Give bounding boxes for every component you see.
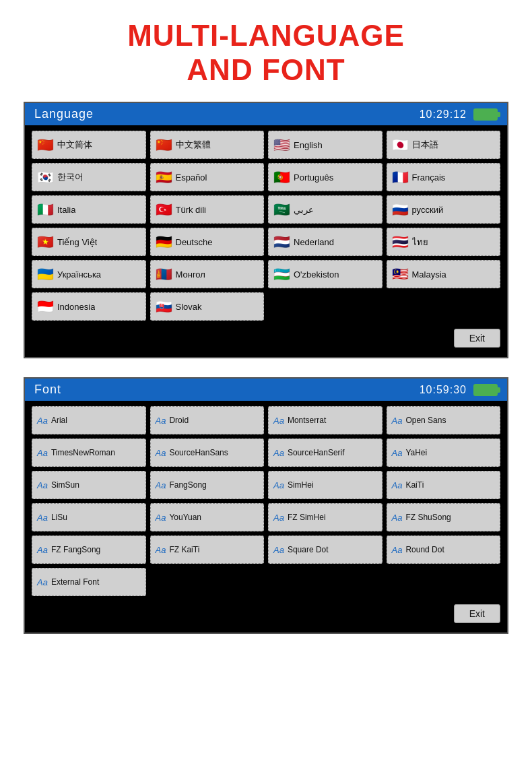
flag-icon: 🇺🇦 <box>37 267 54 281</box>
language-item[interactable]: 🇵🇹Português <box>268 163 383 191</box>
font-item[interactable]: AaSourceHanSans <box>150 439 265 467</box>
font-label: YaHei <box>405 448 427 457</box>
language-item[interactable]: 🇯🇵日本語 <box>387 131 501 159</box>
flag-icon: 🇫🇷 <box>392 170 409 184</box>
font-item[interactable]: AaExternal Font <box>32 568 146 596</box>
font-grid: AaArialAaDroidAaMontserratAaOpen SansAaT… <box>25 401 507 602</box>
font-label: External Font <box>51 577 99 587</box>
language-item[interactable]: 🇷🇺русский <box>387 195 501 224</box>
font-label: TimesNewRoman <box>51 448 115 457</box>
font-aa-icon: Aa <box>392 513 403 523</box>
language-label: Deutsche <box>176 237 213 247</box>
flag-icon: 🇸🇰 <box>156 300 172 313</box>
language-item[interactable]: 🇺🇸English <box>268 131 383 159</box>
font-item[interactable]: AaArial <box>32 406 146 434</box>
font-label: KaiTi <box>405 480 424 490</box>
font-item[interactable]: AaLiSu <box>32 503 146 531</box>
language-item[interactable]: 🇳🇱Nederland <box>268 228 383 256</box>
font-item[interactable]: AaTimesNewRoman <box>32 439 146 467</box>
flag-icon: 🇹🇭 <box>392 235 409 249</box>
font-aa-icon: Aa <box>37 545 48 555</box>
font-item[interactable]: AaMontserrat <box>268 406 383 434</box>
font-item[interactable]: AaFZ FangSong <box>32 536 146 564</box>
font-item[interactable]: AaKaiTi <box>387 471 501 499</box>
font-aa-icon: Aa <box>156 416 166 426</box>
language-item[interactable]: 🇰🇷한국어 <box>32 163 146 191</box>
font-item[interactable]: AaSquare Dot <box>268 536 383 564</box>
flag-icon: 🇳🇱 <box>273 235 290 249</box>
language-screen: Language 10:29:12 🇨🇳中文简体🇨🇳中文繁體🇺🇸English🇯… <box>24 102 508 358</box>
language-label: 中文简体 <box>57 139 92 151</box>
font-exit-button[interactable]: Exit <box>454 604 500 623</box>
font-label: SourceHanSerif <box>288 448 345 457</box>
font-item[interactable]: AaYouYuan <box>150 503 265 531</box>
flag-icon: 🇸🇦 <box>273 203 290 216</box>
font-item[interactable]: AaFZ KaiTi <box>150 536 265 564</box>
font-aa-icon: Aa <box>273 513 284 523</box>
font-item[interactable]: AaFZ ShuSong <box>387 503 501 531</box>
flag-icon: 🇪🇸 <box>156 170 172 184</box>
language-label: Français <box>412 172 446 183</box>
font-aa-icon: Aa <box>392 448 403 458</box>
font-item[interactable]: AaSourceHanSerif <box>268 439 383 467</box>
page-title: MULTI-LANGUAGEAND FONT <box>127 19 405 87</box>
language-exit-button[interactable]: Exit <box>454 329 500 348</box>
language-label: 日本語 <box>412 139 438 151</box>
font-aa-icon: Aa <box>156 480 166 490</box>
font-item[interactable]: AaSimHei <box>268 471 383 499</box>
font-label: Square Dot <box>288 545 329 554</box>
font-exit-row: Exit <box>25 602 507 626</box>
language-label: Malaysia <box>412 269 446 280</box>
font-aa-icon: Aa <box>37 448 48 458</box>
flag-icon: 🇯🇵 <box>392 138 409 152</box>
language-screen-header: Language 10:29:12 <box>25 103 507 125</box>
font-screen: Font 10:59:30 AaArialAaDroidAaMontserrat… <box>24 377 508 634</box>
flag-icon: 🇲🇳 <box>156 267 172 281</box>
language-header-right: 10:29:12 <box>420 108 498 121</box>
font-item[interactable]: AaDroid <box>150 406 265 434</box>
flag-icon: 🇹🇷 <box>156 203 172 216</box>
font-item[interactable]: AaRound Dot <box>387 536 501 564</box>
language-item[interactable]: 🇺🇦Українська <box>32 260 146 288</box>
language-item[interactable]: 🇹🇷Türk dili <box>150 195 265 224</box>
language-item[interactable]: 🇺🇿O'zbekiston <box>268 260 383 288</box>
language-item[interactable]: 🇻🇳Tiếng Việt <box>32 228 146 256</box>
language-item[interactable]: 🇮🇩Indonesia <box>32 292 146 321</box>
language-label: Nederland <box>294 237 334 247</box>
language-item[interactable]: 🇲🇾Malaysia <box>387 260 501 288</box>
language-item[interactable]: 🇨🇳中文简体 <box>32 131 146 159</box>
flag-icon: 🇻🇳 <box>37 235 54 249</box>
language-item[interactable]: 🇲🇳Монгол <box>150 260 265 288</box>
font-item[interactable]: AaFZ SimHei <box>268 503 383 531</box>
language-item[interactable]: 🇹🇭ไทย <box>387 228 501 256</box>
language-item[interactable]: 🇪🇸Español <box>150 163 265 191</box>
language-item[interactable]: 🇸🇰Slovak <box>150 292 265 321</box>
flag-icon: 🇨🇳 <box>156 138 172 152</box>
flag-icon: 🇩🇪 <box>156 235 172 249</box>
font-item[interactable]: AaYaHei <box>387 439 501 467</box>
language-item[interactable]: 🇩🇪Deutsche <box>150 228 265 256</box>
font-aa-icon: Aa <box>156 513 166 523</box>
language-item[interactable]: 🇸🇦عربي <box>268 195 383 224</box>
language-item[interactable]: 🇫🇷Français <box>387 163 501 191</box>
font-label: FangSong <box>169 480 206 490</box>
language-item[interactable]: 🇨🇳中文繁體 <box>150 131 265 159</box>
font-item[interactable]: AaSimSun <box>32 471 146 499</box>
flag-icon: 🇰🇷 <box>37 170 54 184</box>
language-label: Italia <box>57 205 75 215</box>
language-label: English <box>294 140 323 150</box>
font-label: FZ SimHei <box>288 513 326 522</box>
font-label: SimHei <box>288 480 314 490</box>
language-item[interactable]: 🇮🇹Italia <box>32 195 146 224</box>
flag-icon: 🇵🇹 <box>273 170 290 184</box>
font-aa-icon: Aa <box>273 545 284 555</box>
flag-icon: 🇮🇹 <box>37 203 54 216</box>
font-aa-icon: Aa <box>392 416 403 426</box>
font-screen-header: Font 10:59:30 <box>25 379 507 401</box>
font-item[interactable]: AaOpen Sans <box>387 406 501 434</box>
font-label: Open Sans <box>405 416 446 425</box>
font-label: FZ ShuSong <box>405 513 451 522</box>
language-label: Türk dili <box>176 205 207 215</box>
font-aa-icon: Aa <box>37 513 48 523</box>
font-item[interactable]: AaFangSong <box>150 471 265 499</box>
